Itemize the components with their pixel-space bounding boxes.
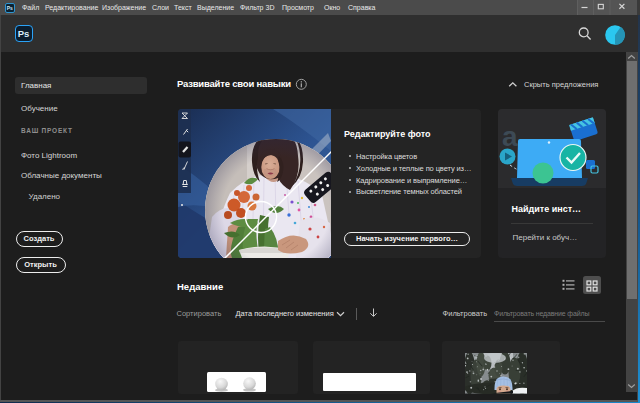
svg-text:a: a bbox=[502, 121, 518, 152]
